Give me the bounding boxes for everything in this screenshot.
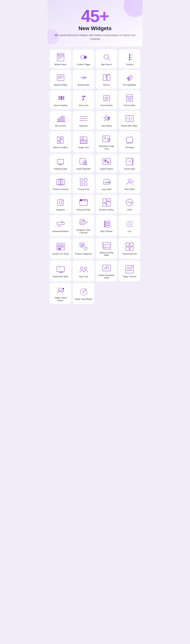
svg-point-58 (104, 137, 106, 139)
widget-card-lottie[interactable]: Lottie (119, 195, 140, 214)
svg-rect-38 (59, 118, 61, 122)
widget-card-twitter-follow-button[interactable]: Twitter Follow Button (50, 283, 71, 304)
svg-rect-127 (130, 243, 133, 246)
svg-point-135 (62, 272, 62, 273)
widget-card-blog-timeline[interactable]: Blog Timeline (96, 215, 117, 236)
svg-rect-116 (58, 245, 63, 246)
widget-card-list[interactable]: List (119, 215, 140, 236)
widget-card-twitter-tweet-button[interactable]: 𝕏Twitter Tweet Button (73, 283, 94, 304)
svg-rect-78 (80, 178, 83, 181)
widget-card-team-grid[interactable]: Team Grid (73, 260, 94, 282)
widget-card-team-slider[interactable]: Team Slider (119, 174, 140, 193)
widget-card-floating-image[interactable]: Floating Image (50, 154, 71, 173)
widget-card-instagram[interactable]: Instagram (50, 195, 71, 214)
widget-card-product-categories[interactable]: Product Categories (73, 238, 94, 259)
blog-timeline-icon (102, 220, 111, 228)
fancy-heading-icon: HH (56, 94, 65, 103)
widget-card-advanced-buttons[interactable]: Advanced Buttons (50, 215, 71, 236)
svg-rect-37 (58, 119, 59, 122)
svg-rect-15 (57, 75, 64, 81)
advanced-blog-slider-icon (102, 241, 111, 250)
widget-card-testimonial-grid[interactable]: "Testimonial Grid (119, 238, 140, 259)
team-grid-label: Team Grid (79, 276, 88, 278)
svg-rect-128 (126, 247, 129, 250)
svg-point-123 (84, 247, 87, 250)
widget-card-ajax-search[interactable]: Ajax Search (96, 50, 117, 68)
image-magnifier-icon (79, 157, 88, 166)
svg-rect-40 (63, 117, 64, 122)
testimonial-grid-label: Testimonial Grid (122, 253, 137, 255)
hero-section: 45+ New Widgets 45+ Useful Elementor Wid… (48, 0, 142, 46)
widget-card-bar-counter[interactable]: Bar Counter (50, 111, 71, 130)
widget-card-content-toggle[interactable]: Content Toggle (73, 50, 94, 68)
widget-card-masonry-gallery[interactable]: Masonry Gallery (50, 131, 71, 152)
svg-rect-80 (80, 183, 83, 186)
widget-card-fancy-heading[interactable]: HHFancy Heading (50, 90, 71, 109)
product-categories-label: Product Categories (75, 253, 92, 255)
widget-card-flip-box[interactable]: Flip Box (96, 70, 117, 89)
widget-card-product-carousel[interactable]: Product Carousel (50, 174, 71, 193)
widget-card-tilt-image[interactable]: Tilt Image (119, 131, 140, 152)
instagram-feed-carousel-icon (79, 218, 88, 227)
gravity-form-styler-label: Gravity Form Styler (52, 253, 69, 255)
ajax-search-label: Ajax Search (101, 63, 112, 66)
floating-image-icon (56, 157, 65, 166)
widget-card-text-animator[interactable]: Text Animator (96, 90, 117, 109)
widget-card-twitter-embedded-tweet[interactable]: 𝕏Twitter Embedded Tweet (96, 260, 117, 282)
widget-card-star-rating[interactable]: Star Rating (96, 111, 117, 130)
svg-rect-81 (84, 183, 87, 186)
svg-text:": " (59, 267, 60, 271)
widgets-grid: Modal PopupContent ToggleAjax SearchTime… (48, 46, 142, 308)
widget-card-breadcrumbs[interactable]: Breadcrumbs (73, 70, 94, 89)
svg-rect-97 (57, 222, 64, 225)
svg-text:𝕏: 𝕏 (105, 268, 107, 270)
widget-card-timeline[interactable]: Timeline (119, 50, 140, 68)
svg-point-100 (81, 221, 84, 224)
scroll-image-icon (125, 157, 134, 166)
svg-rect-1 (58, 54, 63, 56)
widget-card-image-card[interactable]: Image Card (73, 131, 94, 152)
widget-card-product-grid[interactable]: Product Grid (73, 174, 94, 193)
list-label: List (128, 230, 131, 233)
before-after-slider-icon (125, 114, 134, 123)
dynamic-gallery-icon (102, 198, 111, 207)
twitter-follow-button-label: Twitter Follow Button (51, 296, 70, 302)
fancy-heading-label: Fancy Heading (54, 104, 67, 107)
hero-title: New Widgets (51, 26, 139, 32)
logo-slider-icon: LOGO (102, 178, 111, 186)
svg-point-133 (59, 272, 59, 273)
widget-card-advanced-blog-slider[interactable]: Advanced Blog Slider (96, 238, 117, 259)
widget-card-text-highlighter[interactable]: abText Highlighter (119, 70, 140, 89)
modal-popup-label: Modal Popup (55, 63, 66, 66)
widget-card-scroll-image[interactable]: Scroll Image (119, 154, 140, 173)
logo-slider-label: Logo Slider (102, 188, 112, 191)
star-rating-label: Star Rating (102, 125, 112, 127)
svg-rect-129 (130, 247, 133, 250)
widget-card-gravity-form-styler[interactable]: Gravity Form Styler (50, 238, 71, 259)
widget-card-pricing-table[interactable]: Pricing Table (119, 90, 140, 109)
image-hotspot-icon (102, 157, 111, 166)
widget-card-testimonial-slider[interactable]: "Testimonial Slider (50, 260, 71, 282)
widget-card-image-magnifier[interactable]: Image Magnifier (73, 154, 94, 173)
svg-rect-117 (58, 246, 63, 248)
widget-card-advanced-blog[interactable]: Advanced Blog (50, 70, 71, 89)
svg-rect-108 (106, 226, 110, 227)
widget-card-advanced-tabs[interactable]: Advanced Tabs (73, 195, 94, 214)
widget-card-interactive-image-card[interactable]: Interactive Image Card (96, 131, 117, 152)
svg-point-6 (104, 54, 109, 59)
svg-point-101 (83, 220, 84, 221)
widget-card-image-hotspot[interactable]: Image Hotspot (96, 154, 117, 173)
widget-card-twitter-timeline[interactable]: 𝕏Twitter Timeline (119, 260, 140, 282)
widget-card-separator[interactable]: Separator (73, 111, 94, 130)
widget-card-logo-slider[interactable]: LOGOLogo Slider (96, 174, 117, 193)
widget-card-fancy-text[interactable]: TFancy Text (73, 90, 94, 109)
widget-card-dynamic-gallery[interactable]: Dynamic Gallery (96, 195, 117, 214)
svg-rect-124 (103, 242, 110, 248)
svg-rect-61 (58, 159, 64, 164)
product-grid-icon (79, 178, 88, 186)
widget-card-before-after-slider[interactable]: Before After Slider (119, 111, 140, 130)
svg-point-148 (62, 288, 64, 290)
widget-card-modal-popup[interactable]: Modal Popup (50, 50, 71, 68)
widget-card-instagram-feed-carousel[interactable]: Instagram Feed Carousel (73, 215, 94, 236)
svg-rect-106 (106, 221, 110, 222)
